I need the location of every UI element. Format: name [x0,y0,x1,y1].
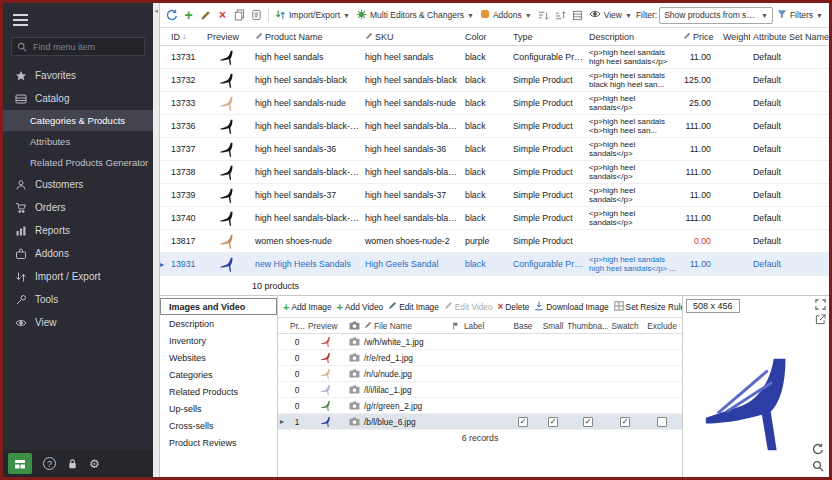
cell-priority[interactable]: 0 [288,401,306,411]
cell-sku[interactable]: women shoes-nude-2 [362,236,462,246]
table-row[interactable]: 13739high heel sandals-37high heel sanda… [160,184,829,207]
column-header-weight[interactable]: Weight [720,32,750,42]
table-row[interactable]: 13732high heel sandals-blackhigh heel sa… [160,69,829,92]
cell-description[interactable]: <p>high heel sandals</p> [586,163,680,181]
cell-color[interactable]: black [462,259,510,269]
cell-attribute-set[interactable]: Default [750,213,829,223]
cell-type[interactable]: Simple Product [510,167,586,177]
cell-description[interactable]: <p>high heel sandals</p> [586,186,680,204]
cell-price[interactable]: 11.00 [680,144,720,154]
tab-cross-sells[interactable]: Cross-sells [160,417,277,434]
table-row[interactable]: 13731high heel sandalshigh heel sandalsb… [160,46,829,69]
cell-sku[interactable]: high heel sandals-black [362,75,462,85]
tab-inventory[interactable]: Inventory [160,332,277,349]
multi-editors-menu[interactable]: Multi Editors & Changers▼ [354,7,476,24]
cell-attribute-set[interactable]: Default [750,167,829,177]
column-header-product-name[interactable]: Product Name [252,32,362,42]
addons-menu[interactable]: Addons▼ [478,7,534,23]
cell-sku[interactable]: high heel sandals-black-38 [362,213,462,223]
cell-attribute-set[interactable]: Default [750,144,829,154]
cell-type[interactable]: Simple Product [510,213,586,223]
cell-sku[interactable]: high heel sandals-36 [362,144,462,154]
paste-button[interactable] [249,7,264,24]
cell-price[interactable]: 111.00 [680,167,720,177]
product-thumbnail[interactable] [204,48,252,66]
set-resize-rule-button[interactable]: Set Resize Rule [614,301,682,313]
cell-id[interactable]: 13738 [168,167,204,177]
cell-priority[interactable]: 0 [288,385,306,395]
sidebar-item-categories-products[interactable]: Categories & Products [3,110,153,131]
cell-id[interactable]: 13736 [168,121,204,131]
image-thumbnail[interactable] [306,399,346,412]
cell-description[interactable]: <p>high heel sandals high heel sandals</… [586,255,680,273]
cell-sku[interactable]: high heel sandals-nude [362,98,462,108]
cell-product-name[interactable]: high heel sandals-black-38 [252,213,362,223]
cell-description[interactable]: <p>high heel sandals</p> [586,209,680,227]
thumbnail-checkbox[interactable]: ✓ [583,417,593,427]
cell-color[interactable]: black [462,121,510,131]
cell-color[interactable]: black [462,75,510,85]
category-filter-select[interactable]: Show products from selected categories▼ [659,7,773,24]
filters-menu[interactable]: Filters▼ [775,7,825,23]
import-export-menu[interactable]: Import/Export▼ [273,7,352,24]
cell-file-name[interactable]: /b/l/blue_6.jpg [362,417,450,427]
cell-attribute-set[interactable]: Default [750,259,829,269]
edit-image-button[interactable]: Edit Image [388,301,439,312]
cell-color[interactable]: black [462,98,510,108]
cell-color[interactable]: black [462,213,510,223]
cell-id[interactable]: 13739 [168,190,204,200]
column-header-exclude[interactable]: Exclude [642,321,682,331]
cell-type[interactable]: Simple Product [510,236,586,246]
cell-file-name[interactable]: /g/r/green_2.jpg [362,401,450,411]
table-row[interactable]: 13740high heel sandals-black-38high heel… [160,207,829,230]
add-product-button[interactable]: + [181,7,196,24]
swatch-checkbox[interactable]: ✓ [620,417,630,427]
cell-priority[interactable]: 0 [288,369,306,379]
settings-gear-icon[interactable]: ⚙ [89,458,100,470]
sidebar-item-view[interactable]: View [3,311,153,334]
cell-priority[interactable]: 1 [288,417,306,427]
column-header-type[interactable]: Type [510,32,586,42]
search-input[interactable] [31,41,139,53]
cell-file-name[interactable]: /w/h/white_1.jpg [362,337,450,347]
table-row[interactable]: 13817women shoes-nudewomen shoes-nude-2p… [160,230,829,253]
tab-images-and-video[interactable]: Images and Video [160,298,277,315]
cell-small[interactable]: ✓ [538,417,568,427]
image-thumbnail[interactable] [306,415,346,428]
cell-price[interactable]: 0.00 [680,236,720,246]
cell-id[interactable]: 13731 [168,52,204,62]
tab-up-sells[interactable]: Up-sells [160,400,277,417]
sidebar-item-favorites[interactable]: Favorites [3,64,153,87]
refresh-button[interactable] [164,7,179,24]
cell-attribute-set[interactable]: Default [750,75,829,85]
edit-video-button[interactable]: Edit Video [444,301,493,312]
column-header-label[interactable]: Label [462,321,508,331]
column-header-attribute-set-name[interactable]: Attribute Set Name [750,32,829,42]
sidebar-item-customers[interactable]: Customers [3,173,153,196]
table-row[interactable]: 13736high heel sandals-black-36high heel… [160,115,829,138]
image-row[interactable]: 0/n/u/nude.jpg [278,366,682,382]
cell-product-name[interactable]: high heel sandals-black [252,75,362,85]
cell-attribute-set[interactable]: Default [750,236,829,246]
cell-sku[interactable]: high heel sandals-black-37 [362,167,462,177]
column-header-base[interactable]: Base [508,321,538,331]
cell-color[interactable]: black [462,190,510,200]
column-header-preview[interactable]: Preview [306,321,346,331]
sort-descending-icon[interactable] [553,7,568,24]
cell-description[interactable]: <p>high heel sandals high heel sandals</… [586,48,680,66]
tab-related-products[interactable]: Related Products [160,383,277,400]
tab-product-reviews[interactable]: Product Reviews [160,434,277,451]
cell-id[interactable]: 13740 [168,213,204,223]
cell-product-name[interactable]: high heel sandals-37 [252,190,362,200]
cell-description[interactable]: <p>high heel sandals black high heel san… [586,71,680,89]
product-thumbnail[interactable] [204,94,252,112]
cell-description[interactable]: <p>high heel sandals <b>high heel san... [586,117,680,135]
cell-id[interactable]: 13733 [168,98,204,108]
product-thumbnail[interactable] [204,117,252,135]
open-external-icon[interactable] [815,314,826,325]
cell-price[interactable]: 11.00 [680,190,720,200]
cell-price[interactable]: 25.00 [680,98,720,108]
image-thumbnail[interactable] [306,383,346,396]
cell-color[interactable]: black [462,144,510,154]
cell-type[interactable]: Configurable Product [510,52,586,62]
